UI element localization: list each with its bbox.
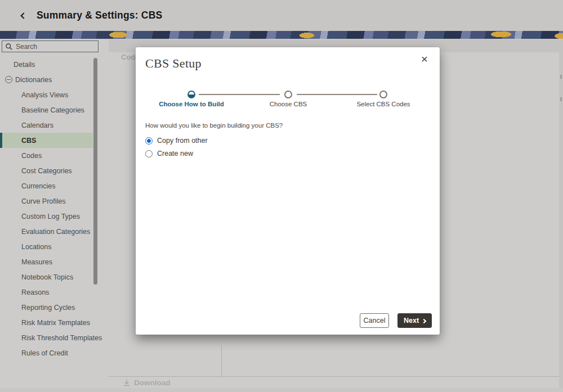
scroll-mark <box>560 75 562 79</box>
sidebar-item-label: Risk Threshold Templates <box>21 334 102 342</box>
background-divider-vertical <box>221 345 222 376</box>
sidebar-item-currencies[interactable]: Currencies <box>0 178 109 193</box>
scroll-mark <box>560 97 562 101</box>
wizard-step-select-cbs-codes[interactable]: Select CBS Codes <box>338 91 428 107</box>
sidebar-item-label: Notebook Topics <box>21 273 73 281</box>
sidebar-item-label: Calendars <box>21 121 53 129</box>
decorative-banner <box>0 31 563 39</box>
build-options: Copy from other Create new <box>145 136 208 158</box>
wizard-step-choose-how-to-build[interactable]: Choose How to Build <box>146 91 236 107</box>
sidebar-scrollbar-thumb[interactable] <box>93 58 97 285</box>
dialog-title: CBS Setup <box>145 56 202 71</box>
step-label: Select CBS Codes <box>356 101 410 107</box>
search-input[interactable] <box>16 43 95 51</box>
collapse-icon[interactable] <box>5 76 12 83</box>
sidebar-item-risk-threshold-templates[interactable]: Risk Threshold Templates <box>0 330 109 345</box>
radio-option-copy-from-other[interactable]: Copy from other <box>145 136 208 145</box>
sidebar-item-label: Dictionaries <box>15 76 52 84</box>
step-label: Choose CBS <box>270 101 307 107</box>
sidebar-item-measures[interactable]: Measures <box>0 254 109 269</box>
sidebar-item-curve-profiles[interactable]: Curve Profiles <box>0 193 109 209</box>
sidebar-item-calendars[interactable]: Calendars <box>0 118 109 133</box>
sidebar-item-cbs[interactable]: CBS <box>0 133 93 148</box>
step-label: Choose How to Build <box>159 101 224 107</box>
back-icon <box>20 12 26 19</box>
sidebar-item-notebook-topics[interactable]: Notebook Topics <box>0 269 109 285</box>
sidebar-item-label: Measures <box>21 258 52 266</box>
sidebar-item-label: Analysis Views <box>21 91 68 99</box>
sidebar-item-label: Evaluation Categories <box>21 228 90 236</box>
sidebar-item-evaluation-categories[interactable]: Evaluation Categories <box>0 224 109 239</box>
chevron-right-icon <box>422 318 426 323</box>
sidebar-item-label: Details <box>14 61 35 69</box>
app-root: Summary & Settings: CBS Details Dictiona… <box>0 0 563 392</box>
sidebar-item-analysis-views[interactable]: Analysis Views <box>0 87 109 102</box>
radio-input[interactable] <box>145 150 153 157</box>
wizard-step-choose-cbs[interactable]: Choose CBS <box>243 91 333 107</box>
sidebar-item-label: Currencies <box>21 182 55 190</box>
sidebar-item-label: Reasons <box>21 289 49 296</box>
stepper-connector <box>297 94 377 95</box>
footer-band <box>0 388 563 392</box>
download-label: Download <box>134 379 171 387</box>
sidebar-item-baseline-categories[interactable]: Baseline Categories <box>0 102 109 118</box>
topbar: Summary & Settings: CBS <box>0 0 563 31</box>
cbs-setup-dialog: CBS Setup × Choose How to Build Choose C… <box>136 47 440 335</box>
page-title: Summary & Settings: CBS <box>37 0 162 31</box>
sidebar-item-locations[interactable]: Locations <box>0 239 109 254</box>
sidebar-item-codes[interactable]: Codes <box>0 148 109 163</box>
sidebar-item-custom-log-types[interactable]: Custom Log Types <box>0 209 109 224</box>
next-button[interactable]: Next <box>397 313 432 328</box>
download-icon <box>123 379 131 387</box>
cancel-button[interactable]: Cancel <box>360 313 389 328</box>
close-button[interactable]: × <box>417 52 432 66</box>
download-link[interactable]: Download <box>123 379 171 387</box>
sidebar-item-label: Cost Categories <box>21 167 72 175</box>
sidebar-item-details[interactable]: Details <box>0 57 109 72</box>
search-box[interactable] <box>2 40 99 52</box>
main-scrollbar-track[interactable] <box>559 39 563 392</box>
sidebar-item-rules-of-credit[interactable]: Rules of Credit <box>0 345 109 361</box>
stepper-connector <box>199 94 280 95</box>
step-circle-icon <box>379 91 387 98</box>
step-circle-icon <box>187 91 195 98</box>
sidebar-item-label: Baseline Categories <box>21 106 84 114</box>
dialog-footer: Cancel Next <box>360 313 432 328</box>
next-label: Next <box>404 317 419 325</box>
back-button[interactable] <box>17 0 30 31</box>
build-question: How would you like to begin building you… <box>145 122 283 129</box>
background-divider-horizontal <box>109 376 559 377</box>
sidebar-item-reasons[interactable]: Reasons <box>0 285 109 300</box>
step-circle-icon <box>284 91 292 98</box>
sidebar-item-label: Risk Matrix Templates <box>21 319 90 327</box>
sidebar-item-label: Rules of Credit <box>21 349 68 357</box>
sidebar-nav: Details Dictionaries Analysis Views Base… <box>0 57 109 361</box>
sidebar-item-label: Codes <box>21 152 42 160</box>
sidebar-item-cost-categories[interactable]: Cost Categories <box>0 163 109 178</box>
radio-label: Create new <box>157 150 193 157</box>
radio-option-create-new[interactable]: Create new <box>145 149 208 158</box>
search-icon <box>6 43 12 50</box>
radio-label: Copy from other <box>157 137 208 145</box>
wizard-stepper: Choose How to Build Choose CBS Select CB… <box>136 91 440 110</box>
sidebar-item-reporting-cycles[interactable]: Reporting Cycles <box>0 300 109 315</box>
sidebar-item-label: Custom Log Types <box>21 213 80 220</box>
sidebar-item-label: Reporting Cycles <box>21 304 75 312</box>
radio-input[interactable] <box>145 137 153 145</box>
sidebar-item-risk-matrix-templates[interactable]: Risk Matrix Templates <box>0 315 109 330</box>
sidebar-item-label: Locations <box>21 243 52 251</box>
settings-sidebar: Details Dictionaries Analysis Views Base… <box>0 39 109 392</box>
sidebar-item-label: CBS <box>21 137 36 145</box>
sidebar-item-label: Curve Profiles <box>21 197 66 205</box>
sidebar-item-dictionaries[interactable]: Dictionaries <box>0 72 109 87</box>
